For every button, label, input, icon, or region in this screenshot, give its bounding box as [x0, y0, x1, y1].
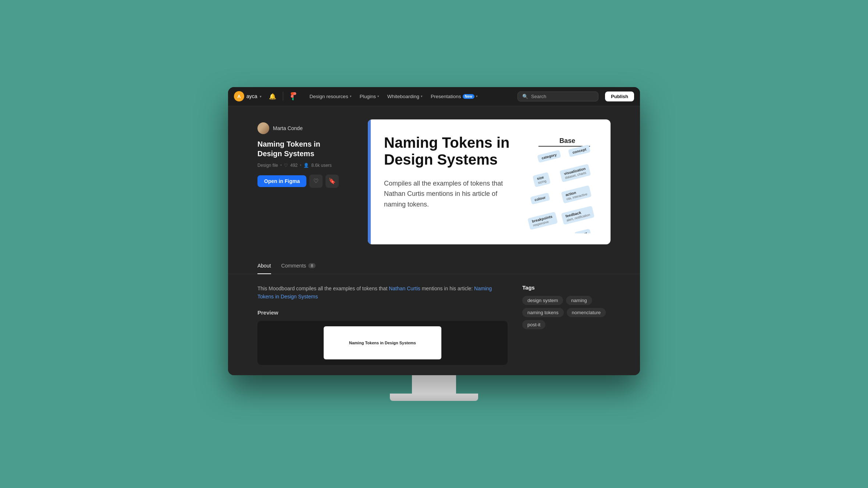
figma-icon[interactable] — [288, 91, 299, 101]
bookmark-icon: 🔖 — [328, 177, 336, 184]
likes-count: 492 — [290, 163, 298, 168]
heart-icon: ♡ — [313, 177, 319, 184]
bookmark-button[interactable]: 🔖 — [326, 175, 339, 188]
nav-username[interactable]: ayca — [246, 93, 257, 99]
nav-link-whiteboarding[interactable]: Whiteboarding ▾ — [384, 92, 426, 101]
publish-button[interactable]: Publish — [605, 92, 634, 101]
author-name[interactable]: Marta Conde — [273, 125, 303, 131]
hero-area: Marta Conde Naming Tokens inDesign Syste… — [228, 106, 640, 258]
token-tile: feedbackalert, notification — [561, 206, 595, 225]
chevron-down-icon: ▾ — [377, 94, 379, 98]
nav-links: Design resources ▾ Plugins ▾ Whiteboardi… — [306, 92, 482, 101]
nav-divider — [283, 92, 283, 101]
file-title: Naming Tokens inDesign Systems — [257, 139, 353, 158]
file-meta: Design file • ♡ 492 • 👤 8.6k users — [257, 163, 353, 168]
tab-comments[interactable]: Comments 8 — [281, 258, 316, 274]
tag-nomenclature[interactable]: nomenclature — [567, 308, 606, 317]
action-buttons: Open in Figma ♡ 🔖 — [257, 175, 353, 188]
monitor-stand-base — [390, 394, 478, 401]
token-tile: category — [537, 150, 561, 162]
token-tile: visualizationdataset, charts — [559, 164, 591, 182]
chevron-down-icon: ▾ — [476, 94, 478, 98]
bell-icon[interactable]: 🔔 — [267, 92, 278, 101]
search-placeholder: Search — [531, 94, 546, 99]
token-tile: actioncta, interactive — [561, 185, 591, 204]
preview-content: Naming Tokens inDesign Systems Compiles … — [371, 119, 611, 244]
tags-label: Tags — [522, 284, 611, 291]
search-bar[interactable]: 🔍 Search — [517, 92, 598, 101]
search-icon: 🔍 — [522, 94, 528, 99]
user-icon: 👤 — [303, 163, 309, 168]
new-badge: New — [463, 94, 475, 99]
tag-naming[interactable]: naming — [566, 296, 592, 305]
comments-badge: 8 — [308, 263, 316, 268]
avatar — [257, 122, 269, 134]
body-main: This Moodboard compiles all the examples… — [257, 284, 508, 365]
tag-naming-tokens[interactable]: naming tokens — [522, 308, 564, 317]
main-content: Marta Conde Naming Tokens inDesign Syste… — [228, 106, 640, 376]
tag-post-it[interactable]: post-it — [522, 320, 545, 329]
author-row: Marta Conde — [257, 122, 353, 134]
open-in-figma-button[interactable]: Open in Figma — [257, 175, 306, 187]
users-count: 8.6k users — [311, 163, 331, 168]
nav-link-presentations[interactable]: Presentations New ▾ — [427, 92, 481, 101]
file-description: This Moodboard compiles all the examples… — [257, 284, 508, 301]
body-content: This Moodboard compiles all the examples… — [228, 274, 640, 376]
token-tile: colour — [530, 193, 550, 205]
preview-description: Compiles all the examples of tokens that… — [384, 178, 516, 210]
meta-dot: • — [300, 163, 301, 168]
token-tile: sizesizing — [533, 172, 551, 187]
hero-preview: Naming Tokens inDesign Systems Compiles … — [368, 119, 611, 244]
avatar[interactable]: A — [234, 91, 244, 101]
like-button[interactable]: ♡ — [309, 175, 323, 188]
preview-title: Naming Tokens inDesign Systems — [384, 134, 516, 168]
token-tile: inset — [574, 229, 591, 233]
thumb-title: Naming Tokens in Design Systems — [349, 341, 416, 345]
tabs-area: About Comments 8 — [228, 258, 640, 274]
heart-icon: ♡ — [284, 163, 288, 168]
preview-thumb-inner: Naming Tokens in Design Systems — [324, 326, 441, 359]
tabs-row: About Comments 8 — [257, 258, 611, 274]
base-label: Base — [559, 137, 575, 145]
tags-sidebar: Tags design system naming naming tokens … — [522, 284, 611, 365]
nav-brand: A ayca ▾ — [234, 91, 262, 101]
tag-design-system[interactable]: design system — [522, 296, 563, 305]
meta-dot: • — [280, 163, 282, 168]
preview-diagram: Base category concept sizesizing visuali… — [524, 134, 597, 233]
preview-thumbnail: Naming Tokens in Design Systems — [257, 321, 508, 365]
file-type: Design file — [257, 163, 278, 168]
token-tile: breakpointsresponsive — [528, 212, 558, 230]
tab-about[interactable]: About — [257, 258, 271, 274]
chevron-down-icon: ▾ — [350, 94, 352, 98]
hero-left: Marta Conde Naming Tokens inDesign Syste… — [257, 119, 353, 188]
preview-accent-bar — [368, 119, 371, 244]
navbar: A ayca ▾ 🔔 Design resources ▾ — [228, 87, 640, 106]
nav-link-design-resources[interactable]: Design resources ▾ — [306, 92, 355, 101]
chevron-down-icon: ▾ — [260, 94, 262, 98]
preview-text: Naming Tokens inDesign Systems Compiles … — [384, 134, 516, 233]
author-link[interactable]: Nathan Curtis — [389, 286, 420, 291]
tags-grid: design system naming naming tokens nomen… — [522, 296, 611, 329]
nav-link-plugins[interactable]: Plugins ▾ — [356, 92, 383, 101]
preview-section-label: Preview — [257, 309, 508, 316]
monitor-stand-neck — [412, 375, 456, 394]
chevron-down-icon: ▾ — [421, 94, 423, 98]
